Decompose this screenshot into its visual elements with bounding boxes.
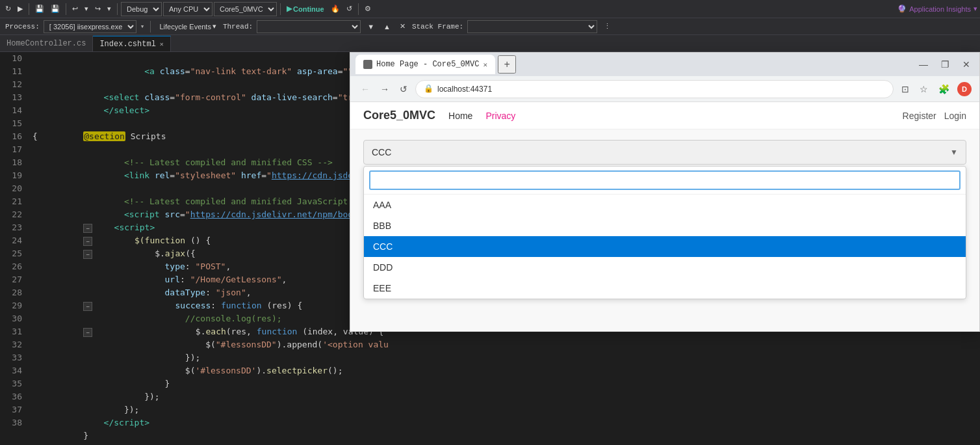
- redo-dropdown[interactable]: ▾: [105, 3, 114, 14]
- code-line-38: }: [32, 416, 980, 429]
- browser-extension-btn[interactable]: 🧩: [936, 81, 952, 97]
- app-insights-label: Application Insights: [909, 5, 971, 13]
- config-dropdown[interactable]: Debug: [121, 2, 162, 16]
- code-line-36: });: [32, 390, 980, 403]
- browser-back-btn[interactable]: ←: [358, 81, 372, 97]
- back-btn[interactable]: ↻: [3, 3, 14, 14]
- fold-24[interactable]: −: [83, 250, 92, 259]
- sep-4: [280, 3, 281, 15]
- browser-lock-icon: 🔒: [424, 84, 433, 94]
- undo-btn[interactable]: ↩: [70, 3, 81, 14]
- process-dropdown-arrow: ▾: [140, 22, 145, 31]
- browser-window-buttons: — ❐ ✕: [915, 58, 974, 71]
- browser-content: Core5_0MVC Home Privacy Register Login C…: [350, 102, 979, 331]
- dropdown-item-bbb[interactable]: BBB: [364, 215, 966, 236]
- stack-frame-label: Stack Frame:: [412, 23, 463, 31]
- browser-close-btn[interactable]: ✕: [959, 58, 974, 71]
- site-nav-right: Register Login: [903, 111, 966, 121]
- thread-label: Thread:: [223, 23, 253, 31]
- top-toolbar: ↻ ▶ 💾 💾 ↩ ▾ ↪ ▾ Debug Any CPU Core5_0MVC…: [0, 0, 980, 18]
- stack-frame-select[interactable]: [467, 20, 597, 33]
- website-nav: Core5_0MVC Home Privacy Register Login: [350, 102, 979, 129]
- tab-index-cshtml-label: Index.cshtml: [99, 40, 155, 49]
- dropdown-search-input[interactable]: [369, 170, 961, 190]
- browser-tab-close-icon[interactable]: ✕: [483, 61, 487, 69]
- browser-url-bar[interactable]: 🔒 localhost:44371: [415, 80, 894, 98]
- fold-22[interactable]: −: [83, 224, 92, 233]
- dropdown-item-ddd[interactable]: DDD: [364, 257, 966, 278]
- browser-url-text: localhost:44371: [437, 85, 492, 94]
- browser-minimize-btn[interactable]: —: [915, 58, 932, 71]
- browser-new-tab-btn[interactable]: +: [498, 55, 516, 74]
- process-bar: Process: [ 32056] iisexpress.exe ▾ Lifec…: [0, 18, 980, 35]
- site-brand: Core5_0MVC: [363, 109, 435, 122]
- browser-reload-btn[interactable]: ↺: [397, 81, 410, 97]
- browser-forward-btn[interactable]: →: [378, 81, 392, 97]
- toolbar-right: 🔮 Application Insights ▾: [897, 5, 977, 13]
- select-box-value: CCC: [372, 147, 950, 157]
- line-numbers: 10 11 12 13 14 15 16 17 18 19 20 21 22 2…: [0, 52, 27, 445]
- restart-btn[interactable]: ↺: [344, 3, 355, 14]
- select-box-arrow-icon: ▼: [950, 148, 958, 157]
- filter-x-btn[interactable]: ✕: [397, 21, 408, 32]
- hot-reload-btn[interactable]: 🔥: [328, 3, 342, 14]
- filter-btn[interactable]: ▼: [365, 21, 377, 32]
- dropdown-popup: AAA BBB CCC DDD EEE: [363, 166, 966, 299]
- redo-btn[interactable]: ↪: [92, 3, 103, 14]
- code-line-37: </script>: [32, 403, 980, 416]
- select-box[interactable]: CCC ▼: [363, 140, 966, 165]
- browser-bookmark-btn[interactable]: ☆: [917, 81, 931, 97]
- undo-dropdown[interactable]: ▾: [82, 3, 91, 14]
- lifecycle-btn[interactable]: Lifecycle Events ▾: [157, 21, 218, 32]
- fold-28[interactable]: −: [83, 302, 92, 311]
- tab-home-controller[interactable]: HomeController.cs: [0, 36, 93, 51]
- browser-tab[interactable]: Home Page - Core5_0MVC ✕: [355, 55, 495, 74]
- fold-23[interactable]: −: [83, 237, 92, 246]
- project-dropdown[interactable]: Core5_0MVC: [214, 2, 277, 16]
- main-area: 10 11 12 13 14 15 16 17 18 19 20 21 22 2…: [0, 52, 980, 445]
- browser-cast-btn[interactable]: ⊡: [899, 81, 912, 97]
- sep-p1: [150, 21, 151, 33]
- browser-title-bar: Home Page - Core5_0MVC ✕ + — ❐ ✕: [350, 53, 979, 76]
- tab-bar: HomeController.cs Index.cshtml ✕: [0, 35, 980, 52]
- browser-tab-favicon: [363, 60, 372, 69]
- code-line-35: });: [32, 377, 980, 390]
- browser-overlay: Home Page - Core5_0MVC ✕ + — ❐ ✕ ← → ↺ 🔒…: [350, 52, 980, 332]
- app-insights-dropdown-arrow: ▾: [974, 5, 977, 13]
- sep-5: [358, 3, 359, 15]
- nav-register-link[interactable]: Register: [903, 111, 936, 121]
- toolbar-icon-1[interactable]: ▶: [15, 3, 25, 14]
- nav-link-privacy[interactable]: Privacy: [485, 111, 515, 121]
- sep-2: [66, 3, 66, 15]
- process-select[interactable]: [ 32056] iisexpress.exe: [44, 20, 136, 33]
- dropdown-item-eee[interactable]: EEE: [364, 278, 966, 299]
- filter-up-btn[interactable]: ▲: [381, 21, 393, 32]
- cpu-dropdown[interactable]: Any CPU: [163, 2, 213, 16]
- dropdown-item-ccc[interactable]: CCC: [364, 236, 966, 257]
- browser-profile-avatar[interactable]: D: [957, 82, 972, 96]
- save-all-btn[interactable]: 💾: [48, 3, 62, 14]
- app-insights-btn[interactable]: 🔮 Application Insights ▾: [897, 5, 977, 13]
- nav-link-home[interactable]: Home: [448, 111, 472, 121]
- thread-select[interactable]: [257, 20, 361, 33]
- browser-address-bar: ← → ↺ 🔒 localhost:44371 ⊡ ☆ 🧩 D: [350, 76, 979, 102]
- save-btn[interactable]: 💾: [32, 3, 47, 14]
- app-insights-icon: 🔮: [897, 5, 907, 13]
- dropdown-item-aaa[interactable]: AAA: [364, 195, 966, 215]
- tab-index-close-icon[interactable]: ✕: [160, 40, 164, 48]
- process-label: Process:: [5, 23, 40, 31]
- dropdown-area: CCC ▼ AAA BBB CCC DDD EEE: [350, 129, 979, 310]
- sep-3: [117, 3, 118, 15]
- stack-more-btn[interactable]: ⋮: [601, 21, 613, 32]
- tab-home-controller-label: HomeController.cs: [6, 39, 86, 48]
- browser-restore-btn[interactable]: ❐: [937, 58, 953, 71]
- nav-login-link[interactable]: Login: [944, 111, 966, 121]
- browser-tab-title: Home Page - Core5_0MVC: [376, 60, 479, 69]
- tab-index-cshtml[interactable]: Index.cshtml ✕: [93, 36, 170, 51]
- sep-1: [29, 3, 29, 15]
- continue-btn[interactable]: ▶ Continue: [284, 3, 327, 14]
- fold-30[interactable]: −: [83, 328, 92, 337]
- debug-tools-btn[interactable]: ⚙: [362, 3, 374, 14]
- dropdown-search: [364, 167, 966, 195]
